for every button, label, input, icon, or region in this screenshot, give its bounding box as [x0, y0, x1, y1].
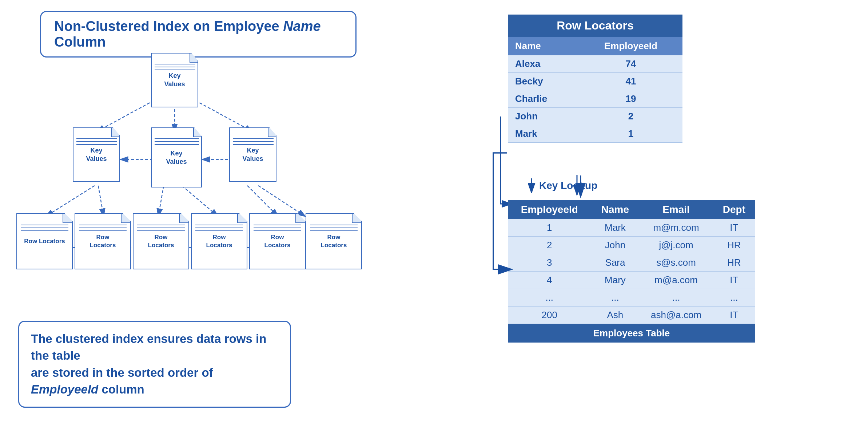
diagram-title: Non-Clustered Index on Employee Name Col… — [54, 19, 321, 50]
emp-col-id: EmployeeId — [508, 200, 591, 219]
key-lookup-text: Key Lookup — [539, 180, 597, 191]
rl-title: Row Locators — [508, 15, 682, 37]
rl-cell: Alexa — [508, 55, 579, 73]
rl-cell: Mark — [508, 125, 579, 143]
leaf-node-0: Row Locators — [16, 213, 73, 269]
root-node-label: KeyValues — [155, 72, 195, 89]
emp-col-email: Email — [639, 200, 713, 219]
mid-node-2: KeyValues — [229, 127, 276, 182]
emp-table-footer: Employees Table — [508, 324, 755, 343]
rl-cell: 2 — [579, 108, 682, 125]
rl-cell: Charlie — [508, 90, 579, 108]
rl-cell: 41 — [579, 73, 682, 90]
rl-cell: 19 — [579, 90, 682, 108]
key-lookup-label: Key Lookup — [526, 178, 597, 193]
note-text: The clustered index ensures data rows in… — [31, 331, 278, 398]
root-node: KeyValues — [151, 53, 198, 107]
row-locators-table-container: Row Locators Name EmployeeId Alexa 74 Be… — [508, 15, 682, 143]
svg-line-11 — [247, 186, 278, 217]
emp-data-row-1: 2 John j@j.com HR — [508, 237, 755, 254]
svg-line-7 — [45, 186, 95, 217]
emp-header-row: EmployeeId Name Email Dept — [508, 200, 755, 219]
rl-col-name: Name — [508, 37, 579, 55]
mid-node-0: KeyValues — [73, 127, 120, 182]
rl-cell: 1 — [579, 125, 682, 143]
diagram-area: Non-Clustered Index on Employee Name Col… — [11, 11, 357, 411]
leaf-node-3: RowLocators — [191, 213, 247, 269]
leaf-node-2: RowLocators — [133, 213, 189, 269]
emp-data-row-4: ... ... ... ... — [508, 289, 755, 307]
rl-col-empid: EmployeeId — [579, 37, 682, 55]
rl-subheader-row: Name EmployeeId — [508, 37, 682, 55]
svg-line-9 — [158, 186, 164, 217]
employees-table-container: EmployeeId Name Email Dept 1 Mark m@m.co… — [508, 200, 755, 343]
emp-col-name: Name — [591, 200, 640, 219]
emp-data-row-0: 1 Mark m@m.com IT — [508, 219, 755, 237]
rl-cell: Becky — [508, 73, 579, 90]
main-container: Non-Clustered Index on Employee Name Col… — [0, 0, 868, 423]
diagram-title-box: Non-Clustered Index on Employee Name Col… — [40, 11, 357, 58]
rl-data-row-3: John 2 — [508, 108, 682, 125]
employees-table: EmployeeId Name Email Dept 1 Mark m@m.co… — [508, 200, 755, 343]
emp-data-row-5: 200 Ash ash@a.com IT — [508, 307, 755, 324]
rl-cell: 74 — [579, 55, 682, 73]
rl-data-row-2: Charlie 19 — [508, 90, 682, 108]
note-box: The clustered index ensures data rows in… — [18, 321, 291, 408]
rl-data-row-4: Mark 1 — [508, 125, 682, 143]
emp-data-row-3: 4 Mary m@a.com IT — [508, 272, 755, 289]
rl-data-row-1: Becky 41 — [508, 73, 682, 90]
emp-col-dept: Dept — [713, 200, 755, 219]
rl-data-row-0: Alexa 74 — [508, 55, 682, 73]
mid-node-1: KeyValues — [151, 127, 202, 187]
row-locators-table: Row Locators Name EmployeeId Alexa 74 Be… — [508, 15, 682, 143]
svg-line-8 — [98, 186, 104, 217]
svg-line-12 — [258, 186, 306, 217]
leaf-node-4: RowLocators — [249, 213, 306, 269]
rl-header-row: Row Locators — [508, 15, 682, 37]
emp-footer-row: Employees Table — [508, 324, 755, 343]
svg-line-10 — [182, 186, 218, 217]
emp-data-row-2: 3 Sara s@s.com HR — [508, 254, 755, 272]
rl-cell: John — [508, 108, 579, 125]
leaf-node-5: RowLocators — [306, 213, 362, 269]
leaf-node-1: RowLocators — [75, 213, 131, 269]
